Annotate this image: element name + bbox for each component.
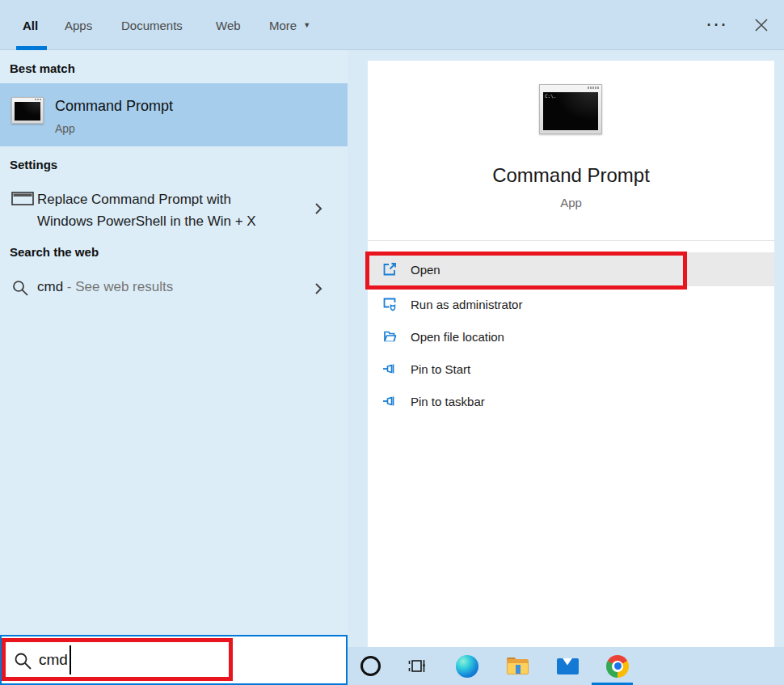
- action-pin-to-start-label: Pin to Start: [411, 362, 470, 376]
- cortana-icon[interactable]: [352, 647, 388, 685]
- taskbar-search-box[interactable]: [0, 635, 348, 685]
- display-setting-icon: [11, 192, 34, 205]
- web-search-query: cmd: [37, 279, 63, 294]
- best-match-result-command-prompt[interactable]: Command Prompt App: [0, 83, 348, 146]
- action-run-admin-label: Run as administrator: [411, 298, 522, 311]
- cortana-ring: [360, 656, 381, 676]
- envelope-glyph: [557, 658, 579, 674]
- chevron-right-icon: [312, 202, 325, 215]
- chrome-icon[interactable]: [600, 647, 635, 685]
- window-controls-icon: [588, 87, 599, 89]
- close-icon[interactable]: [745, 0, 778, 50]
- edge-icon[interactable]: [449, 647, 485, 685]
- mail-icon[interactable]: [550, 647, 585, 685]
- tab-apps-label: Apps: [65, 19, 92, 32]
- task-view-glyph: [407, 657, 427, 676]
- action-pin-to-taskbar-label: Pin to taskbar: [411, 395, 485, 408]
- edge-logo: [456, 655, 478, 678]
- settings-header: Settings: [10, 158, 57, 171]
- folder-glyph: [507, 658, 529, 674]
- search-the-web-header: Search the web: [10, 245, 99, 259]
- chrome-logo: [606, 655, 629, 678]
- admin-shield-icon: [381, 296, 398, 312]
- tab-all[interactable]: All: [23, 0, 38, 50]
- search-input[interactable]: [39, 645, 225, 675]
- best-match-header: Best match: [10, 61, 75, 75]
- action-run-as-administrator[interactable]: Run as administrator: [368, 288, 774, 320]
- command-prompt-icon-large: C:\.: [539, 84, 602, 134]
- taskbar: [348, 647, 784, 685]
- terminal-screen: C:\.: [543, 92, 598, 130]
- settings-result-replace-cmd[interactable]: Replace Command Prompt with Windows Powe…: [0, 182, 348, 235]
- settings-result-line1: Replace Command Prompt with: [37, 188, 256, 210]
- folder-open-icon: [381, 328, 398, 345]
- tab-all-label: All: [23, 19, 38, 32]
- action-pin-to-start[interactable]: Pin to Start: [368, 353, 774, 385]
- preview-subtitle: App: [368, 196, 774, 209]
- preview-title: Command Prompt: [368, 164, 774, 187]
- tab-more-label: More: [269, 19, 297, 32]
- tab-apps[interactable]: Apps: [65, 0, 92, 50]
- action-open[interactable]: Open: [368, 252, 774, 286]
- tab-more[interactable]: More ▼: [269, 0, 310, 50]
- web-search-suffix: - See web results: [67, 279, 173, 294]
- prompt-text: C:\.: [545, 93, 556, 99]
- chevron-right-icon: [312, 282, 325, 295]
- ellipsis-icon[interactable]: ···: [702, 0, 734, 50]
- tab-documents[interactable]: Documents: [121, 0, 183, 50]
- search-icon: [13, 651, 32, 670]
- tab-web[interactable]: Web: [216, 0, 241, 50]
- command-prompt-icon: [11, 97, 44, 124]
- preview-card: C:\. Command Prompt App Open Run as admi…: [368, 61, 774, 647]
- action-pin-to-taskbar[interactable]: Pin to taskbar: [368, 385, 774, 417]
- settings-result-line2: Windows PowerShell in the Win + X: [37, 210, 256, 232]
- chevron-down-icon: ▼: [303, 21, 310, 29]
- settings-result-label: Replace Command Prompt with Windows Powe…: [37, 188, 256, 232]
- web-search-result[interactable]: cmd - See web results: [0, 269, 348, 308]
- action-open-file-location[interactable]: Open file location: [368, 320, 774, 353]
- divider: [368, 240, 774, 241]
- action-open-file-location-label: Open file location: [411, 330, 504, 344]
- open-icon: [381, 261, 398, 277]
- search-icon: [11, 279, 29, 297]
- search-results-panel: Best match Command Prompt App Settings R…: [0, 50, 348, 635]
- task-view-icon[interactable]: [399, 647, 435, 685]
- pin-icon: [381, 361, 398, 377]
- window-controls-icon: [35, 99, 41, 100]
- result-subtitle: App: [55, 122, 75, 135]
- web-search-label: cmd - See web results: [37, 279, 173, 295]
- tab-documents-label: Documents: [121, 19, 183, 32]
- file-explorer-icon[interactable]: [499, 647, 535, 685]
- action-open-label: Open: [411, 263, 440, 277]
- pin-icon: [381, 393, 398, 409]
- search-filter-tabbar: All Apps Documents Web More ▼ ···: [0, 0, 784, 50]
- terminal-screen: [15, 102, 40, 121]
- tab-web-label: Web: [216, 19, 241, 32]
- text-caret: [70, 645, 71, 674]
- result-title: Command Prompt: [55, 98, 173, 115]
